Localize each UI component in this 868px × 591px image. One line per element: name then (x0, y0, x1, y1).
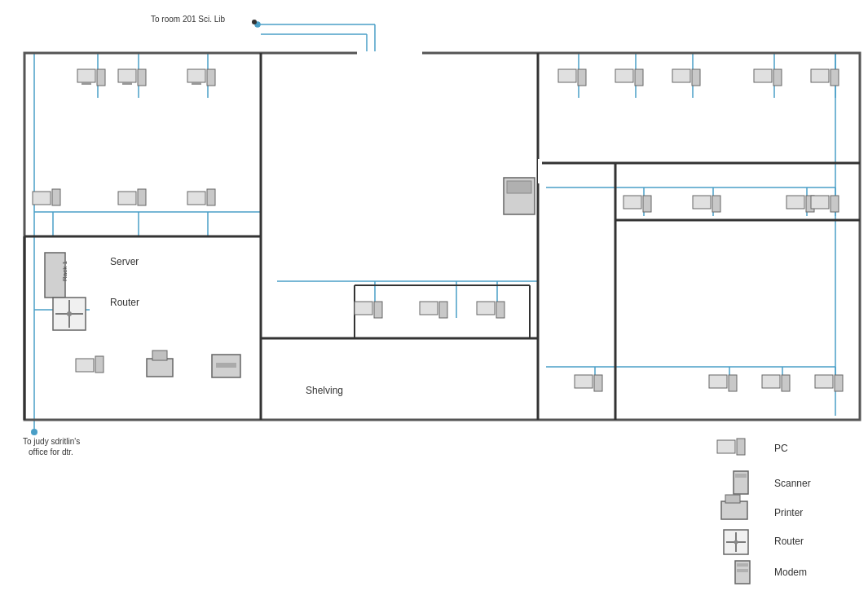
svg-rect-72 (615, 69, 633, 82)
svg-rect-67 (138, 189, 146, 205)
svg-rect-86 (811, 196, 829, 209)
svg-rect-95 (477, 302, 495, 315)
svg-text:PC: PC (774, 443, 788, 454)
svg-rect-112 (729, 375, 737, 391)
svg-point-39 (31, 429, 37, 435)
svg-text:Rack 1: Rack 1 (61, 261, 68, 281)
svg-rect-78 (811, 69, 829, 82)
svg-rect-142 (737, 569, 748, 572)
svg-point-102 (67, 311, 72, 316)
svg-rect-87 (831, 196, 839, 212)
svg-rect-141 (737, 563, 748, 567)
svg-rect-79 (831, 69, 839, 86)
svg-rect-115 (815, 375, 833, 388)
svg-rect-55 (77, 69, 95, 82)
svg-rect-104 (152, 351, 167, 360)
svg-rect-114 (782, 375, 790, 391)
svg-text:Shelving: Shelving (306, 385, 343, 396)
svg-rect-66 (118, 192, 136, 205)
svg-rect-110 (594, 375, 602, 391)
svg-rect-56 (97, 69, 105, 86)
svg-rect-63 (192, 82, 201, 85)
svg-rect-61 (187, 69, 205, 82)
svg-rect-80 (623, 196, 641, 209)
svg-rect-109 (575, 375, 593, 388)
svg-rect-52 (538, 159, 542, 183)
svg-rect-75 (692, 69, 700, 86)
svg-text:To judy sdritlin's: To judy sdritlin's (23, 437, 80, 446)
svg-rect-94 (439, 302, 447, 318)
svg-rect-106 (216, 363, 236, 368)
svg-rect-76 (754, 69, 772, 82)
svg-rect-68 (187, 192, 205, 205)
svg-rect-132 (721, 501, 747, 519)
svg-point-123 (252, 20, 257, 24)
floor-plan-svg: Rack 1 (0, 0, 868, 591)
svg-rect-118 (507, 181, 531, 193)
svg-rect-77 (773, 69, 782, 86)
svg-rect-71 (578, 69, 586, 86)
svg-rect-60 (122, 82, 132, 85)
svg-rect-58 (118, 69, 136, 82)
svg-rect-51 (357, 51, 422, 55)
svg-rect-70 (558, 69, 576, 82)
svg-text:Router: Router (110, 297, 139, 308)
svg-text:Modem: Modem (774, 567, 807, 578)
svg-rect-113 (762, 375, 780, 388)
svg-rect-65 (52, 189, 60, 205)
diagram-area: Rack 1 (0, 0, 868, 591)
svg-rect-127 (737, 439, 745, 455)
svg-rect-130 (735, 474, 747, 478)
svg-text:Router: Router (774, 536, 804, 547)
svg-text:Printer: Printer (774, 507, 803, 518)
svg-rect-59 (138, 69, 146, 86)
svg-text:Scanner: Scanner (774, 478, 811, 489)
svg-rect-57 (82, 82, 91, 85)
svg-rect-96 (496, 302, 504, 318)
svg-rect-133 (725, 495, 740, 503)
svg-rect-116 (835, 375, 843, 391)
svg-point-138 (734, 540, 738, 545)
svg-rect-126 (717, 440, 735, 453)
svg-rect-73 (635, 69, 643, 86)
svg-rect-93 (420, 302, 438, 315)
svg-text:office for dtr.: office for dtr. (29, 448, 73, 456)
svg-text:Server: Server (110, 256, 139, 267)
svg-rect-74 (672, 69, 690, 82)
svg-rect-111 (709, 375, 727, 388)
svg-rect-81 (643, 196, 651, 212)
svg-rect-62 (207, 69, 215, 86)
svg-rect-92 (374, 302, 382, 318)
svg-rect-83 (712, 196, 720, 212)
svg-rect-107 (76, 359, 94, 372)
svg-rect-91 (355, 302, 372, 315)
svg-text:To room 201 Sci. Lib: To room 201 Sci. Lib (151, 15, 226, 24)
svg-rect-103 (147, 359, 173, 377)
svg-rect-108 (95, 356, 104, 373)
svg-rect-82 (693, 196, 711, 209)
svg-rect-64 (33, 192, 51, 205)
svg-rect-84 (786, 196, 804, 209)
svg-rect-69 (207, 189, 215, 205)
